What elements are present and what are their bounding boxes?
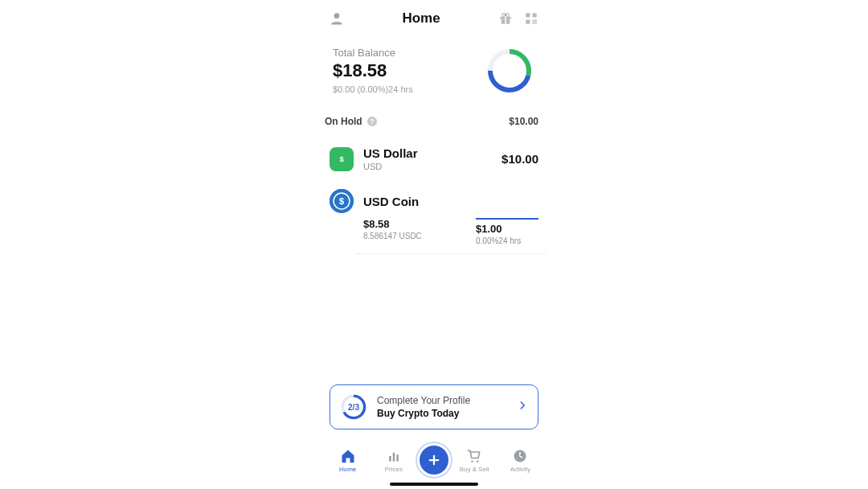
- svg-point-5: [506, 14, 509, 17]
- tab-bar: Home Prices Buy & Sell Activity: [321, 441, 547, 478]
- gift-icon[interactable]: [497, 10, 514, 27]
- asset-name: USD Coin: [363, 195, 419, 208]
- on-hold-amount: $10.00: [509, 116, 538, 127]
- balance-donut-chart: [485, 47, 534, 95]
- profile-card-title: Complete Your Profile: [377, 395, 507, 406]
- usdc-quantity: 8.586147 USDC: [363, 232, 422, 240]
- svg-point-26: [471, 460, 473, 462]
- progress-donut-icon: 2/3: [340, 393, 367, 421]
- profile-card-subtitle: Buy Crypto Today: [377, 408, 507, 419]
- fab-add-button[interactable]: [420, 446, 448, 475]
- header: Home: [321, 0, 547, 34]
- tab-label: Home: [339, 466, 356, 473]
- svg-rect-13: [534, 20, 536, 22]
- profile-icon[interactable]: [328, 10, 346, 27]
- svg-rect-11: [534, 23, 536, 24]
- asset-name: US Dollar: [363, 146, 418, 160]
- asset-row-usd[interactable]: $ US Dollar USD $10.00: [321, 135, 547, 183]
- chart-icon: [386, 448, 402, 464]
- app-screen: Home Total Balance $18.58 $0.00 (0.00%)2…: [321, 0, 547, 489]
- svg-rect-12: [532, 23, 534, 24]
- complete-profile-card[interactable]: 2/3 Complete Your Profile Buy Crypto Tod…: [330, 384, 538, 429]
- help-icon[interactable]: ?: [367, 117, 377, 126]
- usdc-change: 0.00%24 hrs: [476, 236, 538, 245]
- svg-point-27: [477, 460, 479, 462]
- balance-label: Total Balance: [333, 47, 413, 59]
- svg-text:$: $: [339, 196, 344, 206]
- svg-rect-8: [532, 13, 536, 17]
- cart-icon: [466, 448, 482, 464]
- tab-label: Activity: [510, 466, 530, 473]
- svg-rect-25: [396, 454, 399, 461]
- content: Total Balance $18.58 $0.00 (0.00%)24 hrs…: [321, 34, 547, 384]
- svg-rect-23: [389, 456, 391, 462]
- tab-activity[interactable]: Activity: [500, 448, 540, 473]
- divider: [355, 253, 547, 254]
- asset-amount: $10.00: [502, 152, 538, 166]
- qr-icon[interactable]: [522, 10, 540, 27]
- svg-rect-7: [526, 13, 530, 17]
- home-icon: [340, 448, 356, 464]
- on-hold-row[interactable]: On Hold ? $10.00: [321, 101, 547, 135]
- home-indicator: [390, 483, 478, 486]
- svg-rect-10: [532, 20, 534, 22]
- asset-code: USD: [363, 162, 418, 171]
- asset-row-usdc[interactable]: $ USD Coin $8.58 8.586147 USDC $1.00 0.0…: [321, 183, 547, 253]
- balance-section: Total Balance $18.58 $0.00 (0.00%)24 hrs: [321, 34, 547, 101]
- tab-home[interactable]: Home: [328, 448, 368, 473]
- plus-icon: [427, 453, 441, 467]
- page-title: Home: [402, 10, 440, 27]
- usdc-icon: $: [330, 189, 354, 213]
- usdc-price: $1.00: [476, 223, 538, 235]
- tab-label: Prices: [385, 466, 403, 473]
- usdc-balance: $8.58: [363, 218, 422, 230]
- on-hold-label: On Hold: [325, 116, 362, 127]
- tab-buy-sell[interactable]: Buy & Sell: [454, 448, 494, 473]
- usd-icon: $: [330, 147, 354, 171]
- svg-rect-24: [393, 452, 395, 461]
- svg-point-4: [502, 14, 506, 17]
- chevron-right-icon: [517, 400, 528, 414]
- balance-amount: $18.58: [333, 60, 413, 81]
- clock-icon: [512, 448, 528, 464]
- bottom-area: 2/3 Complete Your Profile Buy Crypto Tod…: [321, 384, 547, 489]
- tab-label: Buy & Sell: [460, 466, 489, 473]
- tab-prices[interactable]: Prices: [374, 448, 414, 473]
- progress-text: 2/3: [348, 403, 359, 412]
- svg-point-0: [334, 13, 340, 18]
- svg-text:$: $: [339, 154, 344, 162]
- svg-rect-3: [505, 17, 506, 24]
- svg-rect-6: [505, 14, 506, 16]
- balance-change: $0.00 (0.00%)24 hrs: [333, 84, 413, 94]
- svg-rect-9: [526, 20, 530, 24]
